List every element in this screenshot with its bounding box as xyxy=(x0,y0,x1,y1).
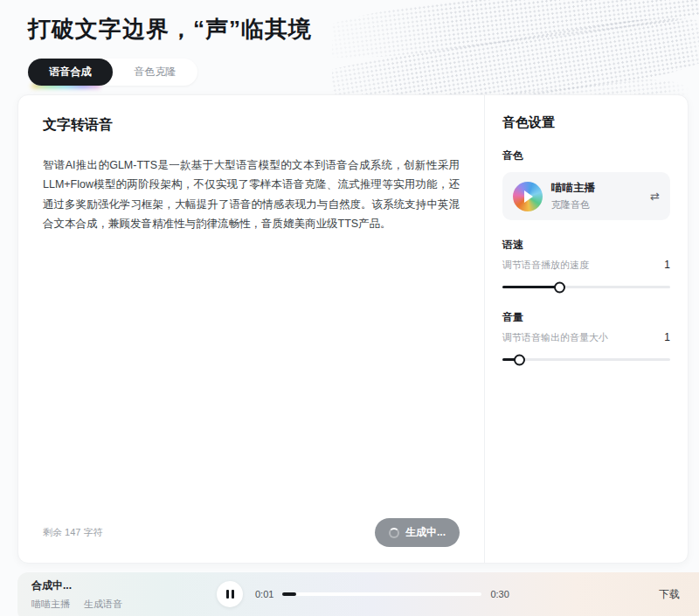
volume-label: 音量 xyxy=(502,310,670,325)
voice-settings-title: 音色设置 xyxy=(502,114,670,131)
tts-section: 文字转语音 智谱AI推出的GLM-TTS是一款基于大型语言模型的文本到语音合成系… xyxy=(18,95,485,563)
total-time: 0:30 xyxy=(490,589,509,599)
speed-value: 1 xyxy=(664,259,670,271)
voice-card[interactable]: 喵喵主播 克隆音色 ⇄ xyxy=(502,172,670,220)
player-voice-name: 喵喵主播 xyxy=(31,598,70,611)
tts-heading: 文字转语音 xyxy=(43,116,460,135)
speed-slider[interactable] xyxy=(502,281,670,293)
tab-speech-synthesis[interactable]: 语音合成 xyxy=(28,59,113,86)
current-time: 0:01 xyxy=(255,589,273,599)
swap-voice-icon[interactable]: ⇄ xyxy=(650,190,660,203)
volume-slider-thumb[interactable] xyxy=(514,354,525,365)
playback-progress-bar[interactable] xyxy=(282,592,481,596)
volume-desc: 调节语音输出的音量大小 xyxy=(502,331,608,344)
volume-slider[interactable] xyxy=(502,354,670,365)
loading-spinner-icon xyxy=(389,528,399,538)
speed-slider-thumb[interactable] xyxy=(554,281,565,293)
pause-icon xyxy=(226,590,229,599)
download-button[interactable]: 下载 xyxy=(659,587,680,602)
speed-label: 语速 xyxy=(502,238,670,253)
char-counter: 剩余 147 字符 xyxy=(43,526,102,539)
generate-button-label: 生成中... xyxy=(405,525,446,540)
audio-player-bar: 合成中... 喵喵主播 生成语音 0:01 0:30 下载 xyxy=(17,572,699,616)
tab-bar: 语音合成 音色克隆 xyxy=(28,59,197,86)
pause-button[interactable] xyxy=(217,581,243,607)
player-info: 合成中... 喵喵主播 生成语音 xyxy=(31,578,217,611)
tab-voice-cloning[interactable]: 音色克隆 xyxy=(113,59,197,86)
voice-avatar-play-icon[interactable] xyxy=(513,182,543,211)
page-title: 打破文字边界，“声”临其境 xyxy=(28,14,671,45)
volume-value: 1 xyxy=(664,331,670,343)
volume-desc-row: 调节语音输出的音量大小 1 xyxy=(502,331,670,344)
voice-label: 音色 xyxy=(502,149,670,163)
tts-text-input[interactable]: 智谱AI推出的GLM-TTS是一款基于大型语言模型的文本到语音合成系统，创新性采… xyxy=(43,156,460,233)
speed-desc-row: 调节语音播放的速度 1 xyxy=(502,259,670,272)
voice-settings-panel: 音色设置 音色 喵喵主播 克隆音色 ⇄ 语速 调节语音播放的速度 1 音量 调节… xyxy=(485,95,688,563)
speed-desc: 调节语音播放的速度 xyxy=(502,259,589,272)
voice-type: 克隆音色 xyxy=(551,198,641,211)
voice-name: 喵喵主播 xyxy=(551,181,641,196)
generate-button[interactable]: 生成中... xyxy=(375,518,460,547)
player-status: 合成中... xyxy=(31,578,217,593)
player-action-label: 生成语音 xyxy=(84,598,122,611)
tts-footer: 剩余 147 字符 生成中... xyxy=(43,518,460,549)
main-card: 文字转语音 智谱AI推出的GLM-TTS是一款基于大型语言模型的文本到语音合成系… xyxy=(17,94,689,564)
page-header: 打破文字边界，“声”临其境 语音合成 音色克隆 xyxy=(0,0,699,86)
voice-meta: 喵喵主播 克隆音色 xyxy=(551,181,641,211)
